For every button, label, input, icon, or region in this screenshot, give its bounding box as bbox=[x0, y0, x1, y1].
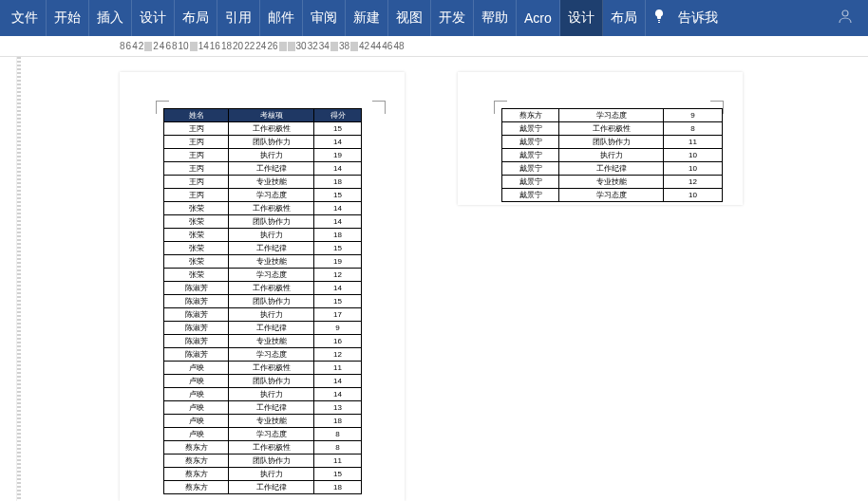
table-cell[interactable]: 工作积极性 bbox=[229, 441, 314, 455]
table-cell[interactable]: 戴景宁 bbox=[502, 176, 559, 189]
table-cell[interactable]: 执行力 bbox=[559, 149, 664, 162]
table-cell[interactable]: 10 bbox=[664, 149, 723, 162]
table-row[interactable]: 陈淑芳执行力17 bbox=[164, 308, 362, 322]
table-cell[interactable]: 12 bbox=[314, 348, 362, 362]
table-row[interactable]: 王丙团队协作力14 bbox=[164, 136, 362, 149]
table-cell[interactable]: 15 bbox=[314, 242, 362, 255]
table-cell[interactable]: 8 bbox=[314, 428, 362, 441]
table-cell[interactable]: 戴景宁 bbox=[502, 189, 559, 202]
table-row[interactable]: 卢映团队协作力14 bbox=[164, 375, 362, 388]
table-cell[interactable]: 18 bbox=[314, 415, 362, 428]
table-cell[interactable]: 11 bbox=[314, 362, 362, 375]
table-cell[interactable]: 18 bbox=[314, 229, 362, 242]
table-row[interactable]: 张荣工作积极性14 bbox=[164, 202, 362, 215]
table-row[interactable]: 张荣学习态度12 bbox=[164, 269, 362, 282]
table-cell[interactable]: 团队协作力 bbox=[229, 455, 314, 468]
table-cell[interactable]: 王丙 bbox=[164, 149, 229, 162]
table-cell[interactable]: 14 bbox=[314, 202, 362, 215]
table-cell[interactable]: 王丙 bbox=[164, 162, 229, 176]
table-cell[interactable]: 9 bbox=[314, 322, 362, 335]
table-cell[interactable]: 11 bbox=[664, 136, 723, 149]
table-cell[interactable]: 专业技能 bbox=[229, 335, 314, 348]
table-cell[interactable]: 戴景宁 bbox=[502, 136, 559, 149]
table-row[interactable]: 王丙工作纪律14 bbox=[164, 162, 362, 176]
table-header[interactable]: 姓名 bbox=[164, 109, 229, 122]
table-header[interactable]: 考核项 bbox=[229, 109, 314, 122]
table-cell[interactable]: 17 bbox=[314, 308, 362, 322]
table-cell[interactable]: 14 bbox=[314, 388, 362, 401]
table-cell[interactable]: 王丙 bbox=[164, 189, 229, 202]
table-row[interactable]: 王丙专业技能18 bbox=[164, 176, 362, 189]
table-cell[interactable]: 专业技能 bbox=[559, 176, 664, 189]
table-row[interactable]: 陈淑芳学习态度12 bbox=[164, 348, 362, 362]
table-cell[interactable]: 专业技能 bbox=[229, 255, 314, 269]
tell-me[interactable]: 告诉我 bbox=[670, 9, 726, 27]
table-cell[interactable]: 工作纪律 bbox=[229, 322, 314, 335]
table-cell[interactable]: 11 bbox=[314, 455, 362, 468]
table-row[interactable]: 戴景宁团队协作力11 bbox=[502, 136, 723, 149]
table-header[interactable]: 得分 bbox=[314, 109, 362, 122]
ribbon-tab-8[interactable]: 新建 bbox=[346, 0, 388, 36]
table-cell[interactable]: 专业技能 bbox=[229, 415, 314, 428]
table-row[interactable]: 卢映工作纪律13 bbox=[164, 401, 362, 415]
table-cell[interactable]: 陈淑芳 bbox=[164, 295, 229, 308]
table-cell[interactable]: 执行力 bbox=[229, 229, 314, 242]
table-cell[interactable]: 12 bbox=[314, 269, 362, 282]
table-cell[interactable]: 卢映 bbox=[164, 375, 229, 388]
table-row[interactable]: 戴景宁工作积极性8 bbox=[502, 122, 723, 136]
table-cell[interactable]: 16 bbox=[314, 335, 362, 348]
table-row[interactable]: 王丙工作积极性15 bbox=[164, 122, 362, 136]
ribbon-tab-0[interactable]: 文件 bbox=[4, 0, 47, 36]
table-cell[interactable]: 学习态度 bbox=[229, 428, 314, 441]
table-cell[interactable]: 王丙 bbox=[164, 176, 229, 189]
table-cell[interactable]: 18 bbox=[314, 176, 362, 189]
table-cell[interactable]: 工作积极性 bbox=[559, 122, 664, 136]
table-cell[interactable]: 学习态度 bbox=[229, 189, 314, 202]
table-cell[interactable]: 蔡东方 bbox=[164, 441, 229, 455]
table-cell[interactable]: 14 bbox=[314, 215, 362, 229]
table-cell[interactable]: 工作积极性 bbox=[229, 202, 314, 215]
table-cell[interactable]: 张荣 bbox=[164, 269, 229, 282]
table-cell[interactable]: 蔡东方 bbox=[502, 109, 559, 122]
table-row[interactable]: 戴景宁专业技能12 bbox=[502, 176, 723, 189]
ribbon-tab-9[interactable]: 视图 bbox=[388, 0, 431, 36]
ribbon-tab-11[interactable]: 帮助 bbox=[474, 0, 517, 36]
table-cell[interactable]: 陈淑芳 bbox=[164, 348, 229, 362]
table-cell[interactable]: 卢映 bbox=[164, 388, 229, 401]
table-row[interactable]: 陈淑芳专业技能16 bbox=[164, 335, 362, 348]
table-cell[interactable]: 蔡东方 bbox=[164, 481, 229, 494]
table-cell[interactable]: 19 bbox=[314, 255, 362, 269]
table-cell[interactable]: 团队协作力 bbox=[229, 136, 314, 149]
ribbon-tab-14[interactable]: 布局 bbox=[603, 0, 646, 36]
table-cell[interactable]: 张荣 bbox=[164, 229, 229, 242]
table-cell[interactable]: 执行力 bbox=[229, 308, 314, 322]
ribbon-tab-6[interactable]: 邮件 bbox=[260, 0, 303, 36]
table-cell[interactable]: 学习态度 bbox=[229, 269, 314, 282]
table-cell[interactable]: 专业技能 bbox=[229, 176, 314, 189]
table-cell[interactable]: 13 bbox=[314, 401, 362, 415]
table-cell[interactable]: 张荣 bbox=[164, 242, 229, 255]
table-cell[interactable]: 工作积极性 bbox=[229, 282, 314, 295]
table-cell[interactable]: 8 bbox=[664, 122, 723, 136]
table-cell[interactable]: 15 bbox=[314, 468, 362, 481]
table-cell[interactable]: 15 bbox=[314, 122, 362, 136]
table-cell[interactable]: 蔡东方 bbox=[164, 468, 229, 481]
table-cell[interactable]: 张荣 bbox=[164, 215, 229, 229]
ribbon-tab-5[interactable]: 引用 bbox=[217, 0, 260, 36]
table-cell[interactable]: 18 bbox=[314, 481, 362, 494]
table-cell[interactable]: 戴景宁 bbox=[502, 162, 559, 176]
ribbon-tab-3[interactable]: 设计 bbox=[132, 0, 175, 36]
table-cell[interactable]: 团队协作力 bbox=[229, 295, 314, 308]
data-table-2[interactable]: 蔡东方学习态度9戴景宁工作积极性8戴景宁团队协作力11戴景宁执行力10戴景宁工作… bbox=[501, 108, 723, 202]
table-cell[interactable]: 王丙 bbox=[164, 122, 229, 136]
ribbon-tab-4[interactable]: 布局 bbox=[175, 0, 217, 36]
table-cell[interactable]: 10 bbox=[664, 189, 723, 202]
table-cell[interactable]: 8 bbox=[314, 441, 362, 455]
table-cell[interactable]: 团队协作力 bbox=[229, 215, 314, 229]
table-cell[interactable]: 15 bbox=[314, 295, 362, 308]
table-cell[interactable]: 戴景宁 bbox=[502, 122, 559, 136]
table-cell[interactable]: 团队协作力 bbox=[229, 375, 314, 388]
table-cell[interactable]: 卢映 bbox=[164, 401, 229, 415]
table-cell[interactable]: 工作纪律 bbox=[559, 162, 664, 176]
table-cell[interactable]: 张荣 bbox=[164, 255, 229, 269]
